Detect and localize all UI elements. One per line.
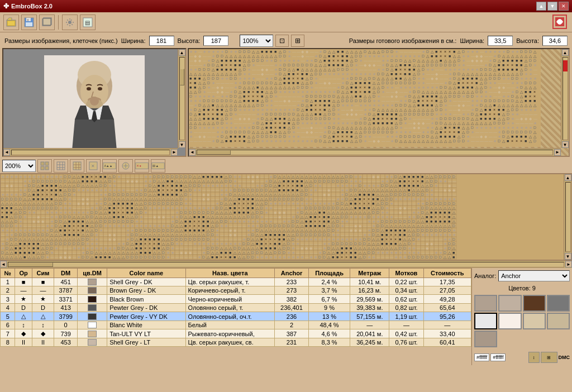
left-hscrollbar[interactable]: ◄ ►	[3, 148, 178, 156]
grid-tool-3[interactable]	[70, 159, 84, 173]
emb-v-up[interactable]: ▲	[565, 174, 571, 181]
scroll-thumb-v[interactable]	[179, 57, 185, 140]
scroll-down-arrow[interactable]: ▼	[179, 141, 185, 148]
bs-thumb[interactable]	[8, 262, 53, 267]
table-row[interactable]: 6 ↕ ↕ 0 Blanc White Белый 2 48,4 % — — —	[1, 321, 471, 329]
cell-color-swatch	[78, 338, 107, 347]
grid-tool-2[interactable]	[54, 159, 68, 173]
color-swatch-5[interactable]	[474, 313, 497, 329]
color-swatch-2[interactable]	[498, 295, 521, 312]
emb-v-down[interactable]: ▼	[565, 253, 571, 260]
dmc-color-grid[interactable]: ⊞	[541, 352, 557, 363]
color-swatch-3[interactable]	[523, 295, 546, 312]
col-header-or[interactable]: Ор	[15, 269, 32, 278]
col-header-num[interactable]: №	[1, 269, 15, 278]
grid-tool-4[interactable]: ✕	[86, 159, 101, 173]
color-swatch-1[interactable]	[474, 295, 497, 312]
color-swatch-9[interactable]	[474, 331, 497, 347]
bs-track[interactable]	[8, 262, 564, 267]
emb-v-track[interactable]	[565, 182, 571, 252]
col-header-colorname[interactable]: Color name	[107, 269, 185, 278]
zoom-select-2[interactable]: 200% 100% 150% 300%	[2, 160, 36, 172]
color-swatch-6[interactable]	[498, 313, 521, 329]
right-hscrollbar[interactable]: ◄ ►	[189, 148, 561, 156]
bs-right[interactable]: ►	[565, 261, 572, 267]
table-row[interactable]: 3 ★ ★ 3371 Black Brown Черно-коричневый …	[1, 295, 471, 304]
grid-tool-7[interactable]: ✕●	[135, 159, 149, 173]
col-header-cost[interactable]: Стоимость	[423, 269, 471, 278]
col-header-runame[interactable]: Назв. цвета	[185, 269, 275, 278]
main-toolbar: ▤	[0, 12, 572, 32]
settings-button[interactable]	[62, 15, 78, 30]
out-height-input[interactable]	[542, 36, 568, 46]
height-input[interactable]	[203, 36, 228, 46]
scroll-up-arrow[interactable]: ▲	[179, 49, 185, 56]
table-row[interactable]: 5 △ △ 3799 Pewter Grey - VY DK Оловянно-…	[1, 312, 471, 321]
canvas-area[interactable]	[189, 49, 569, 156]
pattern-canvas[interactable]	[189, 49, 541, 147]
rv-scroll-up[interactable]: ▲	[562, 49, 569, 56]
cell-or: II	[15, 338, 32, 347]
emb-vscrollbar[interactable]: ▲ ▼	[564, 174, 571, 260]
copy-button[interactable]: ⊡	[275, 35, 289, 47]
out-width-input[interactable]	[488, 36, 513, 46]
cell-area: 3,7 %	[308, 286, 350, 295]
table-row[interactable]: 1 ■ ■ 451 Shell Grey - DK Цв. серых раку…	[1, 278, 471, 286]
save-button[interactable]	[21, 15, 37, 30]
table-row[interactable]: 8 II II 453 Shell Grey - LT Цв. серых ра…	[1, 338, 471, 347]
width-input[interactable]	[149, 36, 174, 46]
rv-scroll-down[interactable]: ▼	[562, 141, 569, 148]
grid-tool-5[interactable]: A▲▲	[102, 159, 117, 173]
cell-cost: 27,05	[423, 286, 471, 295]
col-header-length[interactable]: Метраж	[350, 269, 389, 278]
rh-scroll-right[interactable]: ►	[554, 149, 561, 156]
cell-dm: 0	[54, 321, 78, 329]
hscroll-thumb[interactable]	[197, 150, 231, 155]
scroll-left-arrow[interactable]: ◄	[3, 149, 10, 156]
cell-or: —	[15, 286, 32, 295]
col-header-sim[interactable]: Сим	[32, 269, 54, 278]
col-header-anchor[interactable]: Anchor	[275, 269, 309, 278]
grid-tool-1[interactable]	[37, 159, 52, 173]
embroidery-canvas[interactable]	[1, 174, 459, 260]
table-row[interactable]: 2 — — 3787 Brown Grey - DK Коричнево-сер…	[1, 286, 471, 295]
cell-cost: 17,35	[423, 278, 471, 286]
paste-button[interactable]: ⊞	[291, 35, 304, 47]
col-header-area[interactable]: Площадь	[308, 269, 350, 278]
svg-point-18	[87, 87, 91, 90]
scroll-right-arrow[interactable]: ►	[171, 149, 178, 156]
cell-length: 39,383 м.	[350, 304, 389, 312]
zoom-select[interactable]: 100% 50% 75% 150% 200%	[240, 35, 273, 47]
left-vscrollbar[interactable]: ▲ ▼	[178, 49, 185, 148]
frames-button[interactable]	[39, 15, 55, 30]
rv-track[interactable]	[563, 57, 568, 140]
cell-color-name: Shell Grey - DK	[107, 278, 185, 286]
col-header-color-swatch[interactable]: цв.DM	[78, 269, 107, 278]
scroll-track-h[interactable]	[11, 150, 170, 155]
color-swatch-7[interactable]	[523, 313, 546, 329]
table-row[interactable]: 4 D D 413 Pewter Grey - DK Оловянно серы…	[1, 304, 471, 312]
embroidery-canvas-wrapper[interactable]: ▲ ▼	[1, 174, 571, 260]
maximize-button[interactable]: ▼	[547, 2, 557, 11]
table-row[interactable]: 7 ◆ ◆ 739 Tan-ULT VY LT Рыжевато-коричне…	[1, 329, 471, 338]
bottom-scroll-area[interactable]: ◄ ►	[0, 260, 572, 268]
svg-text:⊞▲: ⊞▲	[152, 164, 159, 168]
col-header-dm[interactable]: DM	[54, 269, 78, 278]
cell-sim: △	[32, 312, 54, 321]
bs-left[interactable]: ◄	[0, 261, 7, 267]
open-button[interactable]	[3, 15, 19, 30]
rh-track[interactable]	[197, 150, 553, 155]
color-swatch-8[interactable]	[547, 313, 570, 329]
grid-tool-8[interactable]: ⊞▲	[151, 159, 165, 173]
grid-tool-6[interactable]	[118, 159, 133, 173]
analog-select[interactable]: Anchor DMC	[498, 270, 570, 281]
close-button[interactable]: ✕	[559, 2, 569, 11]
vscroll-thumb[interactable]	[180, 69, 184, 85]
col-header-skeins[interactable]: Мотков	[389, 269, 423, 278]
dmc-needle-icon[interactable]: ↕	[528, 352, 540, 363]
color-swatch-4[interactable]	[547, 295, 570, 312]
minimize-button[interactable]: ▲	[536, 2, 546, 11]
export-button[interactable]: ▤	[80, 15, 96, 30]
right-vscrollbar[interactable]: ▲ ▼	[561, 49, 569, 148]
rh-scroll-left[interactable]: ◄	[189, 149, 196, 156]
